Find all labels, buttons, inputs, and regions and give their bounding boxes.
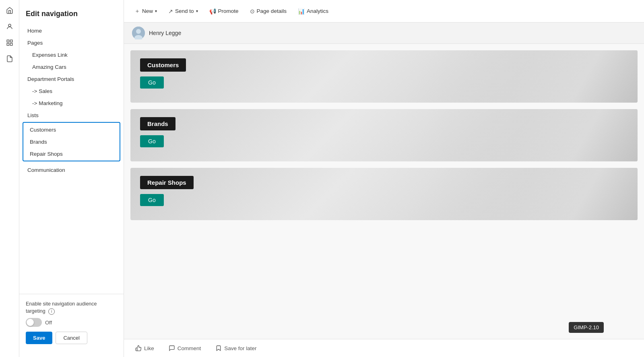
send-to-button[interactable]: ↗ Send to ▾ — [164, 6, 202, 17]
sidebar: Edit navigation Home ··· Pages ··· Expen… — [19, 0, 124, 357]
sidebar-item-home[interactable]: Home ··· — [21, 25, 122, 37]
brands-card-inner: Brands Go — [130, 109, 638, 155]
user-banner: Henry Legge — [124, 23, 644, 44]
send-icon: ↗ — [168, 8, 173, 14]
sidebar-item-amazing-cars-label: Amazing Cars — [32, 64, 66, 70]
sidebar-item-lists-label: Lists — [27, 112, 39, 118]
sidebar-item-expenses-label: Expenses Link — [32, 52, 68, 58]
sidebar-title: Edit navigation — [19, 6, 124, 25]
analytics-button[interactable]: 📊 Analytics — [294, 6, 332, 17]
sidebar-item-sales-label: -> Sales — [32, 88, 52, 94]
sidebar-item-pages[interactable]: Pages ··· — [21, 37, 122, 49]
svg-rect-1 — [7, 40, 9, 42]
main: ＋ New ▾ ↗ Send to ▾ 📢 Promote ⊙ Page det… — [124, 0, 644, 357]
sidebar-item-customers-label: Customers — [30, 127, 56, 133]
grid-icon[interactable] — [2, 35, 17, 50]
sidebar-item-marketing-label: -> Marketing — [32, 100, 62, 106]
sidebar-item-expenses[interactable]: Expenses Link ··· — [21, 49, 122, 61]
sidebar-item-communication[interactable]: Communication ··· — [21, 164, 122, 176]
new-button[interactable]: ＋ New ▾ — [130, 5, 161, 17]
sidebar-item-communication-label: Communication — [27, 167, 65, 173]
send-chevron-icon: ▾ — [196, 9, 198, 13]
enable-targeting-label: Enable site navigation audience targetin… — [26, 301, 117, 315]
toolbar: ＋ New ▾ ↗ Send to ▾ 📢 Promote ⊙ Page det… — [124, 0, 644, 23]
new-chevron-icon: ▾ — [155, 9, 157, 13]
user-name: Henry Legge — [149, 30, 181, 36]
send-to-label: Send to — [175, 8, 194, 14]
repair-shops-card: Repair Shops Go — [130, 168, 638, 220]
sidebar-item-dept[interactable]: Department Portals ··· — [21, 73, 122, 85]
plus-icon: ＋ — [134, 8, 140, 15]
sidebar-item-amazing-cars[interactable]: Amazing Cars ··· — [21, 61, 122, 73]
sidebar-item-pages-label: Pages — [27, 40, 43, 46]
svg-rect-4 — [10, 43, 12, 45]
bottom-actions: Like Comment Save for later — [124, 339, 644, 357]
toggle-row: Off — [26, 318, 117, 327]
save-for-later-label: Save for later — [224, 345, 256, 351]
customers-title: Customers — [140, 58, 186, 72]
brands-title: Brands — [140, 117, 175, 130]
brands-card: Brands Go — [130, 109, 638, 161]
left-rail — [0, 0, 19, 357]
repair-shops-go-button[interactable]: Go — [140, 194, 164, 206]
info-icon[interactable]: i — [48, 308, 55, 315]
svg-point-6 — [136, 29, 141, 34]
toggle-switch[interactable] — [26, 318, 42, 327]
comment-label: Comment — [178, 345, 201, 351]
page-details-button[interactable]: ⊙ Page details — [246, 6, 291, 17]
sidebar-bottom: Enable site navigation audience targetin… — [19, 294, 124, 351]
avatar — [132, 27, 145, 39]
sidebar-item-lists[interactable]: Lists ··· — [21, 109, 122, 121]
home-icon[interactable] — [2, 3, 17, 18]
toggle-label: Off — [45, 320, 52, 326]
promote-button[interactable]: 📢 Promote — [205, 6, 243, 17]
analytics-icon: 📊 — [298, 8, 305, 14]
cancel-button[interactable]: Cancel — [56, 332, 87, 344]
toggle-knob — [27, 319, 34, 326]
sidebar-item-brands[interactable]: Brands ··· — [23, 136, 120, 148]
gimp-tooltip: GIMP-2.10 — [569, 322, 604, 333]
svg-rect-3 — [7, 43, 9, 45]
new-label: New — [142, 8, 153, 14]
brands-go-button[interactable]: Go — [140, 135, 164, 147]
promote-icon: 📢 — [209, 8, 216, 14]
page-details-icon: ⊙ — [250, 8, 255, 14]
people-icon[interactable] — [2, 19, 17, 34]
sidebar-item-dept-label: Department Portals — [27, 76, 74, 82]
promote-label: Promote — [218, 8, 239, 14]
sidebar-item-repair-shops[interactable]: Repair Shops ··· — [23, 148, 120, 160]
analytics-label: Analytics — [307, 8, 328, 14]
svg-rect-2 — [10, 40, 12, 42]
customers-card-inner: Customers Go — [130, 50, 638, 97]
btn-row: Save Cancel — [26, 332, 117, 344]
sidebar-item-brands-label: Brands — [30, 139, 47, 145]
like-label: Like — [144, 345, 154, 351]
lists-group: Customers ··· Brands ··· Repair Shops ··… — [23, 122, 120, 161]
page-details-label: Page details — [257, 8, 287, 14]
sidebar-item-home-label: Home — [27, 28, 42, 34]
sidebar-item-repair-shops-label: Repair Shops — [30, 151, 63, 157]
sidebar-item-customers[interactable]: Customers ··· — [23, 124, 120, 136]
repair-shops-title: Repair Shops — [140, 176, 194, 189]
svg-point-0 — [8, 24, 11, 27]
save-for-later-button[interactable]: Save for later — [212, 343, 260, 353]
like-button[interactable]: Like — [132, 343, 157, 353]
document-icon[interactable] — [2, 52, 17, 66]
customers-card: Customers Go — [130, 50, 638, 103]
sidebar-item-sales[interactable]: -> Sales ··· — [21, 85, 122, 97]
page-content: Customers Go Brands Go Repair Shops Go — [124, 44, 644, 339]
sidebar-item-marketing[interactable]: -> Marketing ··· — [21, 97, 122, 109]
repair-shops-card-inner: Repair Shops Go — [130, 168, 638, 214]
save-button[interactable]: Save — [26, 332, 52, 344]
customers-go-button[interactable]: Go — [140, 76, 164, 89]
comment-button[interactable]: Comment — [165, 343, 204, 353]
